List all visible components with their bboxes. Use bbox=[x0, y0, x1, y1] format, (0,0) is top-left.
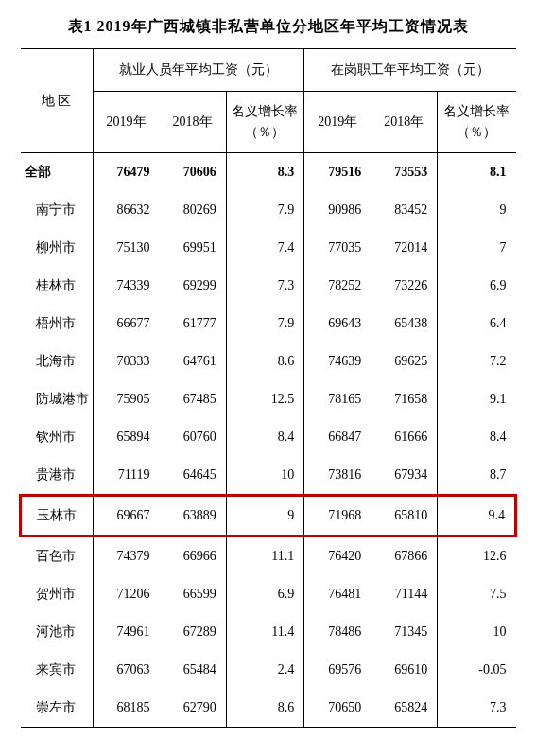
cell-region: 北海市 bbox=[21, 343, 94, 380]
table-row: 来宾市67063654842.46957669610-0.05 bbox=[21, 651, 516, 689]
cell-b-2019: 73816 bbox=[304, 456, 372, 496]
cell-b-rate: 7.2 bbox=[438, 343, 516, 380]
cell-a-2018: 60760 bbox=[160, 418, 227, 456]
cell-a-2019: 86632 bbox=[93, 191, 160, 229]
cell-b-rate: 9 bbox=[438, 191, 516, 229]
table-row: 梧州市66677617777.969643654386.4 bbox=[21, 305, 516, 343]
table-row: 桂林市74339692997.378252732266.9 bbox=[21, 267, 516, 305]
cell-b-2018: 72014 bbox=[371, 229, 438, 267]
cell-region: 河池市 bbox=[21, 613, 94, 651]
table-row: 崇左市68185627908.670650658247.3 bbox=[21, 689, 516, 728]
cell-region: 贵港市 bbox=[21, 456, 94, 496]
table-row: 贵港市71119646451073816679348.7 bbox=[21, 456, 516, 496]
cell-region: 贺州市 bbox=[21, 575, 94, 613]
cell-a-2018: 70606 bbox=[160, 153, 227, 192]
cell-b-2018: 73553 bbox=[371, 153, 438, 192]
cell-b-2019: 76481 bbox=[304, 575, 372, 613]
cell-b-2018: 71144 bbox=[371, 575, 438, 613]
cell-b-2019: 69643 bbox=[304, 305, 372, 343]
cell-a-2018: 67485 bbox=[160, 380, 227, 418]
cell-b-rate: 7.5 bbox=[438, 575, 516, 613]
cell-a-2018: 61777 bbox=[160, 305, 227, 343]
cell-b-2018: 65810 bbox=[371, 496, 438, 536]
col-group-employed: 就业人员年平均工资（元） bbox=[93, 49, 304, 92]
cell-b-2019: 78165 bbox=[304, 380, 372, 418]
table-row: 防城港市759056748512.578165716589.1 bbox=[21, 380, 516, 418]
table-row: 贺州市71206665996.976481711447.5 bbox=[21, 575, 516, 613]
cell-a-2018: 67289 bbox=[160, 613, 227, 651]
cell-b-2019: 78252 bbox=[304, 267, 372, 305]
cell-a-2018: 69299 bbox=[160, 267, 227, 305]
cell-a-2018: 66966 bbox=[160, 536, 227, 576]
cell-b-2018: 69625 bbox=[371, 343, 438, 380]
cell-region: 全部 bbox=[21, 153, 94, 192]
cell-a-2019: 74339 bbox=[93, 267, 160, 305]
cell-a-2018: 64645 bbox=[160, 456, 227, 496]
col-a-2019: 2019年 bbox=[93, 92, 160, 153]
cell-region: 钦州市 bbox=[21, 418, 94, 456]
table-body: 全部76479706068.379516735538.1南宁市866328026… bbox=[21, 153, 516, 728]
cell-a-2018: 66599 bbox=[160, 575, 227, 613]
cell-a-2019: 69667 bbox=[93, 496, 160, 536]
cell-b-2019: 77035 bbox=[304, 229, 372, 267]
cell-a-rate: 7.9 bbox=[226, 305, 304, 343]
col-b-2019: 2019年 bbox=[304, 92, 372, 153]
cell-b-rate: 8.4 bbox=[438, 418, 516, 456]
cell-a-2019: 76479 bbox=[93, 153, 160, 192]
table-row: 玉林市6966763889971968658109.4 bbox=[21, 496, 516, 536]
table-row: 河池市749616728911.4784867134510 bbox=[21, 613, 516, 651]
cell-a-2018: 69951 bbox=[160, 229, 227, 267]
table-title: 表1 2019年广西城镇非私营单位分地区年平均工资情况表 bbox=[19, 17, 517, 37]
cell-b-rate: 6.4 bbox=[438, 305, 516, 343]
col-region: 地 区 bbox=[21, 49, 94, 153]
cell-a-2019: 70333 bbox=[93, 343, 160, 380]
cell-a-rate: 10 bbox=[226, 456, 304, 496]
cell-a-2019: 74961 bbox=[93, 613, 160, 651]
cell-b-2019: 66847 bbox=[304, 418, 372, 456]
cell-a-2019: 75130 bbox=[93, 229, 160, 267]
cell-a-2018: 80269 bbox=[160, 191, 227, 229]
cell-a-2019: 68185 bbox=[93, 689, 160, 728]
cell-b-2018: 71658 bbox=[371, 380, 438, 418]
cell-a-rate: 11.4 bbox=[226, 613, 304, 651]
cell-b-rate: -0.05 bbox=[438, 651, 516, 689]
cell-a-rate: 6.9 bbox=[226, 575, 304, 613]
cell-b-rate: 8.7 bbox=[438, 456, 516, 496]
table-row: 南宁市86632802697.990986834529 bbox=[21, 191, 516, 229]
cell-a-2019: 71206 bbox=[93, 575, 160, 613]
cell-b-2018: 69610 bbox=[371, 651, 438, 689]
cell-a-2019: 75905 bbox=[93, 380, 160, 418]
cell-b-2019: 76420 bbox=[304, 536, 372, 576]
cell-region: 南宁市 bbox=[21, 191, 94, 229]
cell-b-rate: 6.9 bbox=[438, 267, 516, 305]
cell-a-2019: 65894 bbox=[93, 418, 160, 456]
cell-a-rate: 8.6 bbox=[226, 343, 304, 380]
cell-b-2019: 79516 bbox=[304, 153, 372, 192]
cell-a-rate: 2.4 bbox=[226, 651, 304, 689]
cell-b-2019: 69576 bbox=[304, 651, 372, 689]
table-row: 柳州市75130699517.477035720147 bbox=[21, 229, 516, 267]
cell-a-2018: 62790 bbox=[160, 689, 227, 728]
cell-a-rate: 7.9 bbox=[226, 191, 304, 229]
cell-b-2018: 71345 bbox=[371, 613, 438, 651]
cell-b-2019: 78486 bbox=[304, 613, 372, 651]
cell-b-rate: 8.1 bbox=[438, 153, 516, 192]
cell-a-2019: 74379 bbox=[93, 536, 160, 576]
cell-a-rate: 9 bbox=[226, 496, 304, 536]
cell-b-rate: 7.3 bbox=[438, 689, 516, 728]
col-a-2018: 2018年 bbox=[160, 92, 227, 153]
cell-region: 柳州市 bbox=[21, 229, 94, 267]
cell-b-2018: 67934 bbox=[371, 456, 438, 496]
cell-b-2019: 70650 bbox=[304, 689, 372, 728]
cell-b-rate: 12.6 bbox=[438, 536, 516, 576]
cell-a-rate: 11.1 bbox=[226, 536, 304, 576]
cell-b-rate: 9.4 bbox=[438, 496, 516, 536]
cell-b-2018: 65438 bbox=[371, 305, 438, 343]
cell-a-2019: 71119 bbox=[93, 456, 160, 496]
cell-a-rate: 12.5 bbox=[226, 380, 304, 418]
cell-b-rate: 9.1 bbox=[438, 380, 516, 418]
table-row: 北海市70333647618.674639696257.2 bbox=[21, 343, 516, 380]
cell-region: 来宾市 bbox=[21, 651, 94, 689]
col-b-rate: 名义增长率（％） bbox=[438, 92, 516, 153]
cell-region: 桂林市 bbox=[21, 267, 94, 305]
